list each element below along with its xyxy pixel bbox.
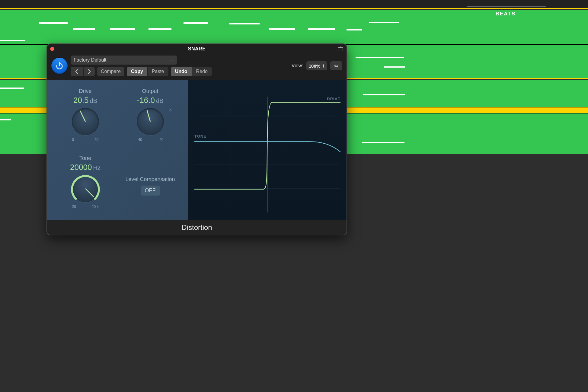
tone-knob[interactable] xyxy=(72,175,99,202)
next-preset-button[interactable] xyxy=(83,67,95,76)
transfer-curve-graph: DRIVE TONE xyxy=(194,97,340,212)
graph-svg xyxy=(194,97,340,212)
compare-button[interactable]: Compare xyxy=(97,67,124,76)
tone-label: Tone xyxy=(79,155,91,161)
plugin-window[interactable]: SNARE Factory Default ⌄ xyxy=(46,43,347,235)
link-button[interactable] xyxy=(330,61,342,70)
plugin-name: Distortion xyxy=(181,223,212,232)
graph-drive-label: DRIVE xyxy=(327,97,340,101)
output-control: Output -16.0dB 0 -40 20 xyxy=(119,88,182,150)
copy-paste-group: Copy Paste xyxy=(127,67,168,76)
preset-nav xyxy=(71,67,95,76)
chevron-down-icon: ⌄ xyxy=(171,58,174,62)
preset-name: Factory Default xyxy=(74,57,106,63)
ruler-mark xyxy=(467,6,546,7)
output-label: Output xyxy=(142,88,158,94)
power-icon xyxy=(55,62,64,70)
drive-control: Drive 20.5dB 0 50 xyxy=(54,88,117,150)
zoom-value: 100% xyxy=(309,63,320,69)
copy-button[interactable]: Copy xyxy=(127,67,147,76)
level-comp-label: Level Compensation xyxy=(125,176,175,183)
paste-button[interactable]: Paste xyxy=(147,67,168,76)
drive-knob[interactable] xyxy=(72,108,99,135)
stepper-icon: ▲▼ xyxy=(322,64,325,68)
pop-out-icon xyxy=(338,46,343,51)
plugin-toolbar: Factory Default ⌄ Compare Copy Paste xyxy=(47,54,347,80)
window-title: SNARE xyxy=(188,46,206,52)
zoom-select[interactable]: 100% ▲▼ xyxy=(306,61,327,70)
undo-button[interactable]: Undo xyxy=(171,67,192,76)
output-value: -16.0dB xyxy=(137,96,164,105)
pop-out-button[interactable] xyxy=(337,46,344,52)
chevron-left-icon xyxy=(75,69,78,74)
output-min: -40 xyxy=(137,138,142,142)
output-zero-tick: 0 xyxy=(169,109,171,113)
preset-select[interactable]: Factory Default ⌄ xyxy=(71,56,177,65)
drive-value: 20.5dB xyxy=(73,96,97,105)
view-label: View: xyxy=(292,63,303,69)
close-button[interactable] xyxy=(50,47,54,51)
drive-min: 0 xyxy=(72,138,74,142)
output-knob[interactable] xyxy=(137,108,164,135)
prev-preset-button[interactable] xyxy=(71,67,83,76)
level-comp-toggle[interactable]: OFF xyxy=(141,186,160,196)
redo-button[interactable]: Redo xyxy=(192,67,212,76)
window-titlebar[interactable]: SNARE xyxy=(47,44,347,54)
graph-tone-label: TONE xyxy=(194,134,206,139)
graph-panel: DRIVE TONE xyxy=(188,80,347,220)
plugin-body: Drive 20.5dB 0 50 Output -16.0dB xyxy=(47,80,347,220)
ruler-strip xyxy=(0,0,588,9)
tone-max: 20 k xyxy=(92,205,99,209)
tone-control: Tone 20000Hz 20 20 k xyxy=(54,155,117,217)
link-icon xyxy=(334,63,339,69)
undo-redo-group: Undo Redo xyxy=(171,67,212,76)
chevron-right-icon xyxy=(88,69,91,74)
power-button[interactable] xyxy=(51,58,68,74)
output-max: 20 xyxy=(159,138,163,142)
drive-max: 50 xyxy=(94,138,98,142)
tone-min: 20 xyxy=(72,205,76,209)
tone-value: 20000Hz xyxy=(70,163,101,172)
drive-label: Drive xyxy=(79,88,91,94)
knob-pointer xyxy=(80,110,86,122)
knob-pointer xyxy=(146,110,151,122)
level-compensation-control: Level Compensation OFF xyxy=(119,155,182,217)
controls-panel: Drive 20.5dB 0 50 Output -16.0dB xyxy=(47,80,188,220)
plugin-name-footer: Distortion xyxy=(47,220,347,235)
svg-rect-0 xyxy=(338,48,343,51)
